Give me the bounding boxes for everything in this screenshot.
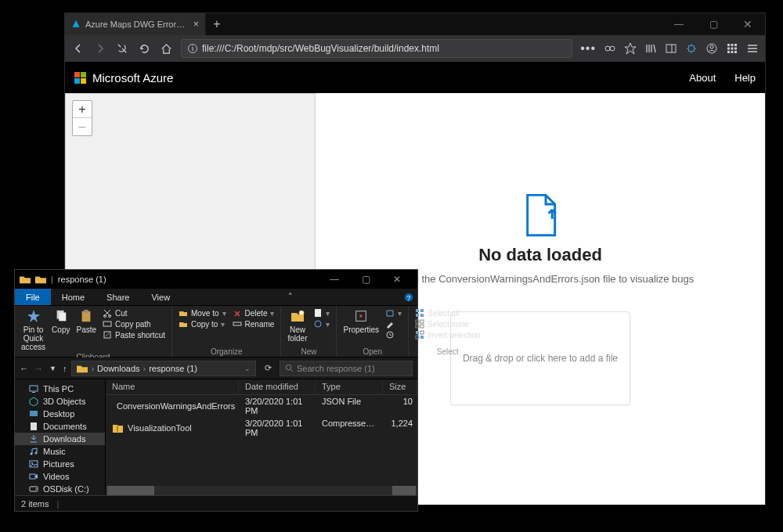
select-none-button[interactable]: Select none xyxy=(415,319,480,329)
new-item-button[interactable]: ▾ xyxy=(313,308,330,318)
open-button[interactable]: ▾ xyxy=(385,308,402,318)
file-row[interactable]: ConversionWarningsAndErrors3/20/2020 1:0… xyxy=(106,395,417,417)
forward-button[interactable] xyxy=(93,41,107,56)
zoom-in-button[interactable]: + xyxy=(73,101,92,118)
svg-point-34 xyxy=(359,315,363,318)
azure-header: Microsoft Azure About Help xyxy=(65,62,765,93)
svg-rect-31 xyxy=(315,309,321,317)
svg-rect-38 xyxy=(416,314,419,317)
ribbon-collapse-icon[interactable]: ˄ xyxy=(282,289,299,305)
explorer-body: This PC3D ObjectsDesktopDocumentsDownloa… xyxy=(15,379,417,495)
toolbar-right: ••• xyxy=(580,41,759,56)
home-button[interactable] xyxy=(159,41,173,56)
url-field[interactable]: i file:///C:/Root/mdp/src/WebBugVisualiz… xyxy=(181,39,572,58)
nav-item-this-pc[interactable]: This PC xyxy=(15,383,105,395)
breadcrumb-folder[interactable]: response (1) xyxy=(149,364,197,373)
grid-icon[interactable] xyxy=(726,42,738,55)
refresh-button[interactable]: ⟳ xyxy=(261,363,275,373)
explorer-close-button[interactable]: ✕ xyxy=(381,274,413,285)
window-minimize-button[interactable]: — xyxy=(662,13,696,35)
url-text: file:///C:/Root/mdp/src/WebBugVisualizer… xyxy=(202,43,439,54)
horizontal-scrollbar[interactable] xyxy=(106,486,417,495)
back-button[interactable] xyxy=(71,41,85,56)
paste-shortcut-button[interactable]: Paste shortcut xyxy=(103,330,165,340)
extension-icon[interactable] xyxy=(685,42,698,55)
search-icon xyxy=(285,364,294,372)
account-icon[interactable] xyxy=(705,42,718,55)
svg-rect-47 xyxy=(416,336,419,339)
invert-selection-button[interactable]: Invert selection xyxy=(415,330,480,340)
nav-recent-button[interactable]: ▼ xyxy=(49,365,56,372)
copy-button[interactable]: Copy xyxy=(52,308,70,334)
nav-item-osdisk-c-[interactable]: OSDisk (C:) xyxy=(15,483,105,495)
column-header-name[interactable]: Name xyxy=(106,379,239,394)
breadcrumb-downloads[interactable]: Downloads xyxy=(97,364,139,373)
reload-button[interactable] xyxy=(137,41,151,56)
ribbon-group-select: Select all Select none Invert selection … xyxy=(409,306,486,357)
more-icon[interactable]: ••• xyxy=(580,41,596,56)
breadcrumb[interactable]: › Downloads › response (1) ⌄ xyxy=(71,361,256,376)
explorer-title: response (1) xyxy=(58,275,106,284)
explorer-titlebar[interactable]: | response (1) — ▢ ✕ xyxy=(15,270,417,289)
navigation-pane[interactable]: This PC3D ObjectsDesktopDocumentsDownloa… xyxy=(15,379,106,495)
pin-quick-access-button[interactable]: Pin to Quick access xyxy=(21,308,45,351)
3d-icon xyxy=(29,397,38,406)
new-tab-button[interactable]: + xyxy=(206,13,228,35)
svg-rect-52 xyxy=(31,422,37,430)
library-icon[interactable] xyxy=(644,42,657,55)
copy-path-button[interactable]: Copy path xyxy=(103,319,165,329)
ribbon-tabs: File Home Share View ˄ ? xyxy=(15,289,417,306)
nav-item-pictures[interactable]: Pictures xyxy=(15,458,105,470)
select-all-button[interactable]: Select all xyxy=(415,308,480,318)
chevron-down-icon[interactable]: ⌄ xyxy=(244,365,251,372)
nav-up-button[interactable]: ↑ xyxy=(63,364,67,373)
nav-about[interactable]: About xyxy=(689,72,716,84)
svg-rect-39 xyxy=(420,314,424,317)
nav-item-downloads[interactable]: Downloads xyxy=(15,433,105,445)
column-header-date[interactable]: Date modified xyxy=(239,379,316,394)
cut-button[interactable]: Cut xyxy=(103,308,165,318)
reader-icon[interactable] xyxy=(604,42,616,55)
ribbon-tab-home[interactable]: Home xyxy=(51,289,96,305)
properties-button[interactable]: Properties xyxy=(343,308,379,334)
file-row[interactable]: VisualizationTool3/20/2020 1:01 PMCompre… xyxy=(106,417,417,439)
ribbon-tab-view[interactable]: View xyxy=(140,289,181,305)
explorer-maximize-button[interactable]: ▢ xyxy=(350,274,381,285)
dev-button[interactable] xyxy=(115,41,129,56)
window-maximize-button[interactable]: ▢ xyxy=(696,13,731,35)
rename-button[interactable]: Rename xyxy=(233,319,275,329)
delete-button[interactable]: Delete▾ xyxy=(233,308,275,318)
move-to-button[interactable]: Move to▾ xyxy=(179,308,226,318)
window-close-button[interactable]: ✕ xyxy=(731,13,765,35)
copy-to-button[interactable]: Copy to▾ xyxy=(179,319,226,329)
nav-item-videos[interactable]: Videos xyxy=(15,470,105,483)
browser-tab[interactable]: Azure Maps DWG Errors Visua × xyxy=(65,13,206,35)
nav-item-3d-objects[interactable]: 3D Objects xyxy=(15,395,105,408)
nav-forward-button[interactable]: → xyxy=(34,364,43,373)
explorer-search-input[interactable]: Search response (1) xyxy=(280,361,413,376)
svg-marker-0 xyxy=(73,20,80,27)
menu-icon[interactable] xyxy=(746,42,759,55)
new-folder-button[interactable]: New folder xyxy=(287,308,307,343)
zoom-out-button[interactable]: – xyxy=(73,118,92,135)
nav-item-desktop[interactable]: Desktop xyxy=(15,408,105,420)
empty-state-subtitle: Upload the ConversionWarningsAndErrors.j… xyxy=(387,273,695,285)
window-controls: — ▢ ✕ xyxy=(662,13,765,35)
sidebar-icon[interactable] xyxy=(665,42,677,55)
edit-button[interactable] xyxy=(385,319,402,329)
tab-close-icon[interactable]: × xyxy=(193,19,199,30)
help-icon[interactable]: ? xyxy=(400,289,417,305)
star-icon[interactable] xyxy=(624,42,637,55)
nav-back-button[interactable]: ← xyxy=(20,364,28,373)
nav-help[interactable]: Help xyxy=(734,72,756,84)
easy-access-button[interactable]: ▾ xyxy=(313,319,330,329)
paste-button[interactable]: Paste xyxy=(76,308,96,334)
history-button[interactable] xyxy=(385,330,402,340)
ribbon-tab-file[interactable]: File xyxy=(15,289,51,305)
ribbon-tab-share[interactable]: Share xyxy=(96,289,140,305)
explorer-minimize-button[interactable]: — xyxy=(319,274,350,285)
nav-item-music[interactable]: Music xyxy=(15,445,105,458)
column-header-type[interactable]: Type xyxy=(316,379,383,394)
nav-item-documents[interactable]: Documents xyxy=(15,420,105,433)
column-header-size[interactable]: Size xyxy=(383,379,417,394)
